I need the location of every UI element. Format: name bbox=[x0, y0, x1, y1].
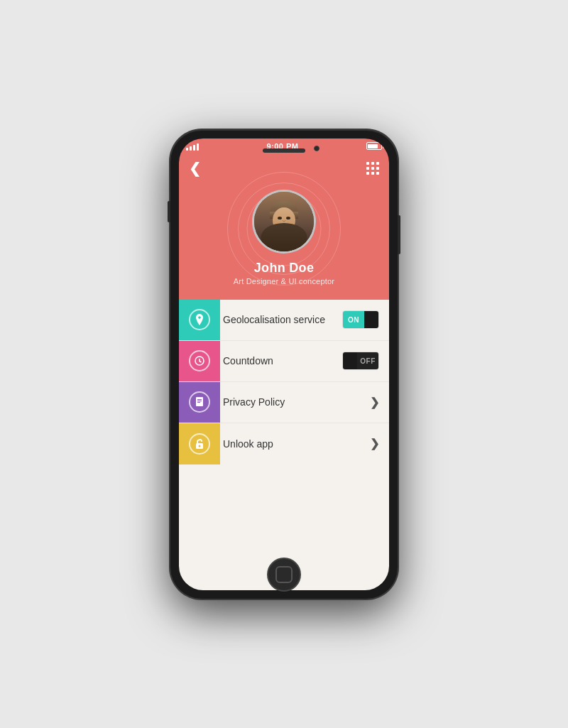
svg-rect-9 bbox=[197, 401, 202, 401]
toggle-off-switch[interactable]: OFF bbox=[342, 352, 379, 370]
document-icon bbox=[189, 391, 210, 413]
toggle-off-handle bbox=[343, 352, 357, 369]
battery-fill bbox=[368, 144, 378, 148]
phone-device: 9:00 PM ❮ bbox=[170, 130, 398, 599]
svg-point-12 bbox=[199, 445, 201, 447]
location-icon bbox=[189, 309, 210, 330]
home-button[interactable] bbox=[267, 558, 301, 592]
privacy-arrow[interactable]: ❯ bbox=[370, 396, 389, 409]
chevron-right-icon: ❯ bbox=[370, 437, 379, 450]
geolocation-icon-box bbox=[179, 300, 220, 340]
back-button[interactable]: ❮ bbox=[189, 160, 201, 177]
clock-icon bbox=[189, 350, 210, 371]
grid-dot bbox=[376, 172, 379, 175]
phone-speaker bbox=[263, 148, 305, 153]
toggle-on-label: ON bbox=[343, 311, 364, 328]
unlock-label: Unlook app bbox=[220, 438, 370, 450]
chevron-right-icon: ❯ bbox=[370, 396, 379, 409]
grid-dot bbox=[366, 162, 369, 165]
svg-point-4 bbox=[278, 217, 282, 219]
privacy-label: Privacy Policy bbox=[220, 396, 370, 408]
unlock-arrow[interactable]: ❯ bbox=[370, 437, 389, 450]
toggle-off-label: OFF bbox=[357, 352, 378, 369]
grid-dot bbox=[376, 162, 379, 165]
grid-dot bbox=[366, 172, 369, 175]
geolocation-toggle[interactable]: ON bbox=[342, 310, 389, 329]
svg-point-3 bbox=[273, 207, 295, 233]
unlock-icon-box bbox=[179, 423, 220, 464]
signal-indicator bbox=[186, 142, 199, 151]
lock-icon bbox=[189, 433, 210, 455]
svg-point-5 bbox=[286, 217, 290, 219]
avatar-image bbox=[254, 192, 314, 251]
grid-dot bbox=[371, 167, 374, 170]
toggle-on-switch[interactable]: ON bbox=[342, 310, 379, 329]
battery-indicator bbox=[366, 142, 382, 150]
privacy-icon-box bbox=[179, 382, 220, 423]
geolocation-label: Geolocalisation service bbox=[220, 314, 342, 325]
settings-item-geolocation[interactable]: Geolocalisation service ON bbox=[179, 300, 389, 341]
svg-rect-8 bbox=[197, 399, 202, 400]
battery-icon bbox=[366, 142, 382, 150]
avatar bbox=[252, 190, 316, 254]
grid-dot bbox=[366, 167, 369, 170]
grid-menu-button[interactable] bbox=[366, 162, 379, 175]
svg-rect-10 bbox=[197, 402, 200, 403]
grid-dot bbox=[371, 172, 374, 175]
settings-item-privacy[interactable]: Privacy Policy ❯ bbox=[179, 382, 389, 423]
svg-rect-7 bbox=[196, 397, 203, 406]
settings-item-countdown[interactable]: Countdown OFF bbox=[179, 341, 389, 382]
signal-bar-1 bbox=[186, 148, 188, 151]
avatar-svg bbox=[254, 192, 314, 251]
settings-item-unlock[interactable]: Unlook app ❯ bbox=[179, 423, 389, 464]
grid-dot bbox=[376, 167, 379, 170]
countdown-icon-box bbox=[179, 341, 220, 381]
signal-bar-2 bbox=[190, 146, 192, 151]
signal-bar-4 bbox=[197, 143, 199, 151]
toggle-on-handle bbox=[364, 311, 378, 328]
countdown-toggle[interactable]: OFF bbox=[342, 352, 389, 370]
phone-camera bbox=[314, 146, 320, 151]
phone-screen: 9:00 PM ❮ bbox=[179, 138, 389, 590]
profile-section: John Doe Art Designer & UI conceptor bbox=[179, 183, 389, 300]
grid-dot bbox=[371, 162, 374, 165]
settings-list: Geolocalisation service ON bbox=[179, 300, 389, 590]
countdown-label: Countdown bbox=[220, 355, 342, 366]
signal-bar-3 bbox=[193, 145, 195, 151]
